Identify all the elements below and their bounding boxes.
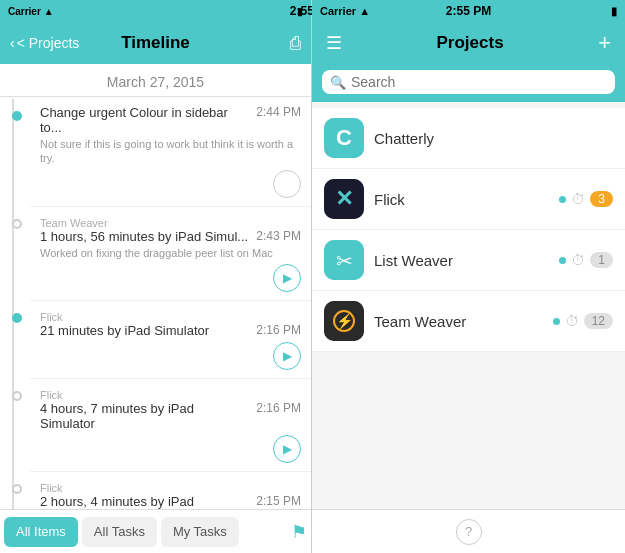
item-time: 2:44 PM: [256, 105, 301, 119]
item-group: Flick: [40, 311, 301, 323]
flick-meta: ⏱ 3: [559, 191, 613, 207]
timeline-dot-empty: [12, 219, 22, 229]
teamweaver-meta: ⏱ 12: [553, 313, 613, 329]
my-tasks-button[interactable]: My Tasks: [161, 517, 239, 547]
help-button[interactable]: ?: [456, 519, 482, 545]
timeline-item: Flick 4 hours, 7 minutes by iPad Simulat…: [30, 379, 311, 472]
chevron-left-icon: ‹: [10, 35, 15, 51]
teamweaver-icon: ⚡: [324, 301, 364, 341]
search-input-wrap: 🔍: [322, 70, 615, 94]
svg-text:C: C: [336, 125, 352, 150]
timeline-line: [12, 99, 14, 509]
status-bar-left: Carrier ▲ 2:55 PM ▮: [0, 0, 311, 22]
flick-name: Flick: [374, 191, 549, 208]
timeline-list: Change urgent Colour in sidebar to... 2:…: [0, 99, 311, 509]
teamweaver-count: 12: [584, 313, 613, 329]
play-button[interactable]: ▶: [273, 435, 301, 463]
item-desc: Not sure if this is going to work but th…: [40, 137, 301, 166]
item-header: 21 minutes by iPad Simulator 2:16 PM: [40, 323, 301, 338]
nav-bar-left: ‹ < Projects Timeline ⎙: [0, 22, 311, 64]
flick-count: 3: [590, 191, 613, 207]
teamweaver-name: Team Weaver: [374, 313, 543, 330]
search-input[interactable]: [351, 74, 607, 90]
add-project-button[interactable]: +: [598, 30, 611, 56]
timeline-item: Team Weaver 1 hours, 56 minutes by iPad …: [30, 207, 311, 301]
item-title: 4 hours, 7 minutes by iPad Simulator: [40, 401, 250, 431]
timeline-title: Timeline: [121, 33, 190, 53]
wifi-icon: ▲: [44, 6, 54, 17]
carrier-label: Carrier: [8, 6, 41, 17]
item-desc: Worked on fixing the draggable peer list…: [40, 246, 301, 260]
projects-list: C Chatterly ✕ Flick ⏱ 3: [312, 102, 625, 509]
item-title: 1 hours, 56 minutes by iPad Simul...: [40, 229, 250, 244]
project-item-listweaver[interactable]: ✂ List Weaver ⏱ 1: [312, 230, 625, 291]
listweaver-count: 1: [590, 252, 613, 268]
time-right: 2:55 PM: [446, 4, 491, 18]
item-header: 4 hours, 7 minutes by iPad Simulator 2:1…: [40, 401, 301, 431]
timeline-dot: [12, 313, 22, 323]
search-bar: 🔍: [312, 64, 625, 102]
flick-icon: ✕: [324, 179, 364, 219]
clock-icon-2: ⏱: [571, 252, 585, 268]
item-time: 2:43 PM: [256, 229, 301, 243]
teamweaver-dot: [553, 318, 560, 325]
carrier-label-right: Carrier: [320, 5, 356, 17]
bottom-bar-left: All Items All Tasks My Tasks ⚑: [0, 509, 311, 553]
play-btn-row: ▶: [40, 342, 301, 370]
listweaver-name: List Weaver: [374, 252, 549, 269]
status-bar-right: Carrier ▲ 2:55 PM ▮: [312, 0, 625, 22]
back-button[interactable]: ‹ < Projects: [10, 35, 79, 51]
item-group: Flick: [40, 389, 301, 401]
project-item-flick[interactable]: ✕ Flick ⏱ 3: [312, 169, 625, 230]
play-btn-row: ▶: [40, 264, 301, 292]
back-label: < Projects: [17, 35, 80, 51]
all-items-button[interactable]: All Items: [4, 517, 78, 547]
flag-button[interactable]: ⚑: [291, 521, 307, 543]
chatterly-name: Chatterly: [374, 130, 603, 147]
circle-indicator: [273, 170, 301, 198]
item-time: 2:15 PM: [256, 494, 301, 508]
right-panel: Carrier ▲ 2:55 PM ▮ ☰ Projects + 🔍: [312, 0, 625, 553]
flick-dot: [559, 196, 566, 203]
all-tasks-button[interactable]: All Tasks: [82, 517, 157, 547]
svg-text:✂: ✂: [336, 250, 353, 272]
play-btn-row: ▶: [40, 435, 301, 463]
item-header: 1 hours, 56 minutes by iPad Simul... 2:4…: [40, 229, 301, 244]
item-title: 2 hours, 4 minutes by iPad Simulator: [40, 494, 250, 509]
bottom-bar-right: ?: [312, 509, 625, 553]
wifi-icon-right: ▲: [359, 5, 370, 17]
date-header: March 27, 2015: [0, 64, 311, 97]
timeline-dot-empty: [12, 484, 22, 494]
nav-bar-right: ☰ Projects +: [312, 22, 625, 64]
timeline-dot: [12, 111, 22, 121]
svg-text:✕: ✕: [335, 186, 353, 211]
play-button[interactable]: ▶: [273, 342, 301, 370]
listweaver-dot: [559, 257, 566, 264]
item-time: 2:16 PM: [256, 323, 301, 337]
clock-icon: ⏱: [571, 191, 585, 207]
svg-text:⚡: ⚡: [336, 313, 354, 330]
item-group: Team Weaver: [40, 217, 301, 229]
timeline-item: Change urgent Colour in sidebar to... 2:…: [30, 99, 311, 207]
timeline-item: Flick 21 minutes by iPad Simulator 2:16 …: [30, 301, 311, 379]
share-button[interactable]: ⎙: [290, 33, 301, 54]
circle-row: [40, 170, 301, 198]
listweaver-icon: ✂: [324, 240, 364, 280]
timeline-dot-empty: [12, 391, 22, 401]
menu-button[interactable]: ☰: [326, 32, 342, 54]
item-header: Change urgent Colour in sidebar to... 2:…: [40, 105, 301, 135]
chatterly-icon: C: [324, 118, 364, 158]
listweaver-meta: ⏱ 1: [559, 252, 613, 268]
item-title: Change urgent Colour in sidebar to...: [40, 105, 250, 135]
play-button[interactable]: ▶: [273, 264, 301, 292]
item-time: 2:16 PM: [256, 401, 301, 415]
search-icon: 🔍: [330, 75, 346, 90]
project-item-chatterly[interactable]: C Chatterly: [312, 108, 625, 169]
item-header: 2 hours, 4 minutes by iPad Simulator 2:1…: [40, 494, 301, 509]
timeline-item: Flick 2 hours, 4 minutes by iPad Simulat…: [30, 472, 311, 509]
left-status-icons: Carrier ▲: [8, 6, 54, 17]
clock-icon-3: ⏱: [565, 313, 579, 329]
item-group: Flick: [40, 482, 301, 494]
project-item-teamweaver[interactable]: ⚡ Team Weaver ⏱ 12: [312, 291, 625, 352]
projects-title: Projects: [437, 33, 504, 53]
